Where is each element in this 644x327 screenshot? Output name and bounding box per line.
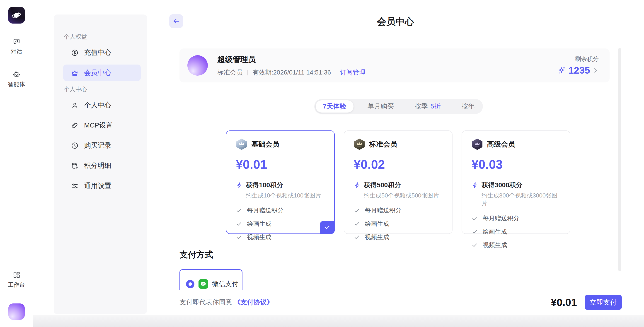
left-rail: 对话 智能体 工作台 [0, 0, 33, 327]
selected-check-corner [320, 221, 335, 234]
radio-selected-icon[interactable] [186, 280, 194, 288]
check-icon [236, 207, 242, 214]
tab-label: 单月购买 [368, 102, 394, 111]
plan-card-basic[interactable]: 基础会员 ¥0.01 获得100积分 约生成10个视频或100张图片 每月赠送积… [226, 130, 335, 234]
plan-price: ¥0.02 [354, 157, 443, 172]
lightning-icon [472, 182, 478, 189]
plan-head: 高级会员 [472, 139, 561, 150]
user-texts: 超级管理员 标准会员 | 有效期:2026/01/11 14:51:36 订阅管… [217, 54, 365, 77]
user-info-card: 超级管理员 标准会员 | 有效期:2026/01/11 14:51:36 订阅管… [180, 48, 610, 82]
sidebar-item-points-detail[interactable]: 积分明细 [63, 157, 141, 174]
planet-icon [11, 9, 22, 21]
points-block: 剩余积分 1235 [558, 55, 599, 76]
tab-yearly[interactable]: 按年 [455, 100, 482, 113]
check-icon [354, 221, 360, 227]
plan-desc: 约生成300个视频或3000张图片 [482, 192, 561, 207]
badge-gold-crown-icon [354, 139, 365, 150]
sidebar-item-label: 会员中心 [84, 68, 111, 77]
sliders-icon [71, 182, 79, 190]
feature-label: 绘画生成 [247, 220, 272, 228]
plan-cards: 基础会员 ¥0.01 获得100积分 约生成10个视频或100张图片 每月赠送积… [226, 130, 570, 234]
check-icon [236, 234, 242, 240]
feature-label: 每月赠送积分 [247, 206, 284, 214]
sidebar-section-benefits: 个人权益 [64, 32, 141, 41]
user-icon [71, 101, 79, 109]
points-ledger-icon [71, 162, 79, 170]
plan-name: 基础会员 [251, 139, 280, 149]
tab-monthly[interactable]: 单月购买 [361, 100, 401, 113]
clock-icon [71, 142, 79, 149]
rail-item-label: 智能体 [8, 80, 25, 88]
payment-agreement-link[interactable]: 《支付协议》 [234, 299, 273, 306]
sidebar-item-mcp-settings[interactable]: MCP设置 [63, 117, 141, 134]
coin-icon [71, 49, 79, 57]
feature-row: 每月赠送积分 [236, 206, 325, 214]
divider: | [247, 69, 248, 76]
feature-row: 绘画生成 [236, 220, 325, 228]
tab-label: 按年 [462, 102, 475, 111]
feature-label: 每月赠送积分 [483, 214, 519, 222]
sidebar-item-label: 个人中心 [84, 100, 111, 110]
feature-label: 视频生成 [483, 241, 507, 249]
subscription-manage-link[interactable]: 订阅管理 [340, 68, 365, 77]
rail-item-agents[interactable]: 智能体 [8, 70, 25, 88]
check-icon [354, 234, 360, 240]
tab-label: 7天体验 [323, 102, 346, 111]
plan-card-premium[interactable]: 高级会员 ¥0.03 获得3000积分 约生成300个视频或3000张图片 每月… [462, 130, 570, 234]
user-avatar[interactable] [188, 55, 208, 76]
sidebar-item-purchase-history[interactable]: 购买记录 [63, 137, 141, 154]
plan-price: ¥0.01 [236, 157, 325, 172]
feature-row: 绘画生成 [472, 228, 561, 236]
rail-item-workbench[interactable]: 工作台 [8, 271, 25, 289]
checkout-right: ¥0.01 立即支付 [551, 295, 622, 310]
sidebar-item-personal-center[interactable]: 个人中心 [63, 97, 141, 113]
user-subline: 标准会员 | 有效期:2026/01/11 14:51:36 订阅管理 [217, 68, 365, 77]
plan-points-row: 获得500积分 [354, 181, 443, 190]
lightning-icon [236, 182, 243, 189]
vertical-scrollbar[interactable] [618, 48, 621, 271]
plan-points-row: 获得3000积分 [472, 181, 561, 190]
chat-icon [12, 37, 20, 46]
plan-points-text: 获得3000积分 [482, 181, 522, 190]
total-price: ¥0.01 [551, 296, 577, 309]
wechat-icon [198, 279, 208, 289]
plan-card-standard[interactable]: 标准会员 ¥0.02 获得500积分 约生成50个视频或500张图片 每月赠送积… [344, 130, 452, 234]
rail-item-chat[interactable]: 对话 [11, 37, 22, 55]
check-icon [472, 242, 478, 248]
rail-item-label: 对话 [11, 48, 22, 55]
tab-label: 按季 [415, 102, 428, 111]
plan-head: 基础会员 [236, 139, 325, 150]
sidebar-item-general-settings[interactable]: 通用设置 [63, 178, 141, 194]
tab-quarterly[interactable]: 按季 5折 [408, 100, 448, 113]
plan-points-row: 获得100积分 [236, 181, 325, 190]
sidebar-item-membership-center[interactable]: 会员中心 [63, 64, 141, 81]
check-icon [324, 224, 330, 231]
back-button[interactable] [169, 14, 183, 28]
badge-silver-crown-icon [236, 139, 247, 150]
feature-label: 绘画生成 [365, 220, 389, 228]
tab-7day-trial[interactable]: 7天体验 [316, 100, 354, 113]
app-logo[interactable] [8, 7, 25, 23]
user-name: 超级管理员 [217, 54, 365, 65]
sidebar-item-recharge-center[interactable]: 充值中心 [63, 44, 141, 61]
sidebar-item-label: 购买记录 [84, 141, 111, 150]
bottom-edge-shade [33, 315, 644, 327]
plan-desc: 约生成10个视频或100张图片 [246, 192, 325, 200]
chevron-right-icon [592, 67, 599, 74]
sidebar-item-label: MCP设置 [84, 121, 113, 130]
rail-item-label: 工作台 [8, 281, 25, 289]
pay-now-button[interactable]: 立即支付 [585, 295, 622, 310]
robot-icon [12, 70, 20, 78]
sidebar-item-label: 积分明细 [84, 161, 111, 170]
plan-points-text: 获得100积分 [246, 181, 283, 190]
user-avatar-small[interactable] [8, 304, 25, 320]
payment-method-label: 微信支付 [212, 280, 238, 289]
points-row[interactable]: 1235 [558, 65, 599, 76]
check-icon [236, 221, 242, 227]
agreement-prefix: 支付即代表你同意 [180, 299, 232, 306]
payment-section-title: 支付方式 [180, 249, 213, 260]
feature-row: 每月赠送积分 [354, 206, 443, 214]
feature-row: 每月赠送积分 [472, 214, 561, 222]
plan-price: ¥0.03 [472, 157, 561, 172]
crown-icon [71, 69, 79, 77]
